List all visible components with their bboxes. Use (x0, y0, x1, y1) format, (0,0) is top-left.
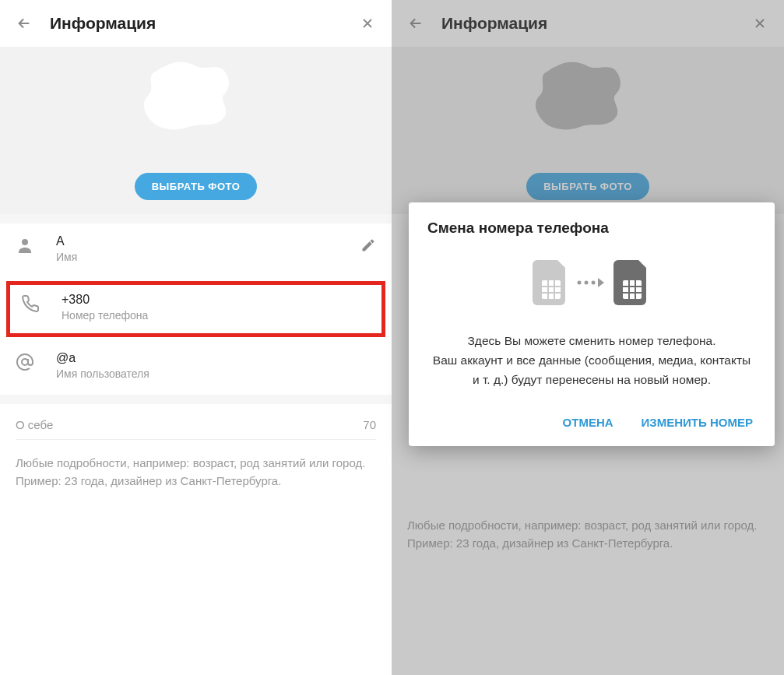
about-hint-line2: Пример: 23 года, дизайнер из Санкт-Петер… (16, 472, 376, 490)
header: Информация (0, 0, 392, 47)
phone-icon (21, 293, 47, 316)
cancel-button[interactable]: ОТМЕНА (560, 410, 617, 435)
photo-section: ВЫБРАТЬ ФОТО (0, 47, 392, 214)
username-content: @a Имя пользователя (56, 351, 376, 380)
name-content: A Имя (56, 234, 360, 263)
sim-old-icon (533, 260, 570, 308)
sim-new-icon (613, 260, 651, 308)
right-panel: Информация ВЫБРАТЬ ФОТО Любые подробност… (392, 0, 784, 675)
choose-photo-button[interactable]: ВЫБРАТЬ ФОТО (135, 173, 258, 200)
modal-title: Смена номера телефона (427, 220, 756, 237)
svg-point-1 (22, 359, 28, 365)
phone-label: Номер телефона (62, 309, 371, 322)
phone-content: +380 Номер телефона (62, 293, 371, 322)
change-number-button[interactable]: ИЗМЕНИТЬ НОМЕР (638, 410, 756, 435)
modal-desc-line2: Ваш аккаунт и все данные (сообщения, мед… (431, 351, 753, 371)
svg-point-3 (578, 281, 582, 285)
modal-actions: ОТМЕНА ИЗМЕНИТЬ НОМЕР (427, 410, 756, 435)
phone-row[interactable]: +380 Номер телефона (10, 285, 381, 333)
close-icon[interactable] (357, 13, 378, 33)
divider (0, 395, 392, 404)
about-section: О себе 70 (0, 404, 392, 440)
about-hint-line1: Любые подробности, например: возраст, ро… (16, 454, 376, 472)
about-label: О себе (16, 418, 53, 431)
sim-swap-illustration (427, 260, 756, 308)
username-label: Имя пользователя (56, 367, 376, 380)
phone-highlight: +380 Номер телефона (6, 281, 385, 337)
svg-point-5 (592, 281, 596, 285)
username-row[interactable]: @a Имя пользователя (0, 340, 392, 395)
name-value: A (56, 234, 360, 248)
about-row[interactable]: О себе 70 (16, 418, 376, 440)
person-icon (16, 234, 42, 258)
username-value: @a (56, 351, 376, 365)
page-title: Информация (50, 14, 357, 33)
svg-rect-2 (542, 280, 561, 299)
divider (0, 214, 392, 223)
modal-desc-line1: Здесь Вы можете сменить номер телефона. (431, 332, 753, 351)
edit-icon[interactable] (360, 234, 376, 256)
name-row[interactable]: A Имя (0, 223, 392, 278)
modal-desc-line3: и т. д.) будут перенесены на новый номер… (431, 371, 753, 390)
svg-point-0 (22, 239, 28, 245)
about-counter: 70 (363, 418, 376, 431)
arrow-dots-icon (576, 275, 607, 294)
left-panel: Информация ВЫБРАТЬ ФОТО A Имя +380 (0, 0, 392, 675)
svg-point-4 (585, 281, 589, 285)
svg-rect-6 (623, 280, 642, 299)
about-hint: Любые подробности, например: возраст, ро… (0, 440, 392, 504)
phone-value: +380 (62, 293, 371, 307)
modal-description: Здесь Вы можете сменить номер телефона. … (427, 332, 756, 389)
at-icon (16, 351, 42, 374)
photo-placeholder (134, 54, 258, 148)
change-phone-modal: Смена номера телефона Здесь Вы можете см… (409, 202, 775, 446)
name-label: Имя (56, 251, 360, 263)
back-icon[interactable] (14, 13, 34, 33)
